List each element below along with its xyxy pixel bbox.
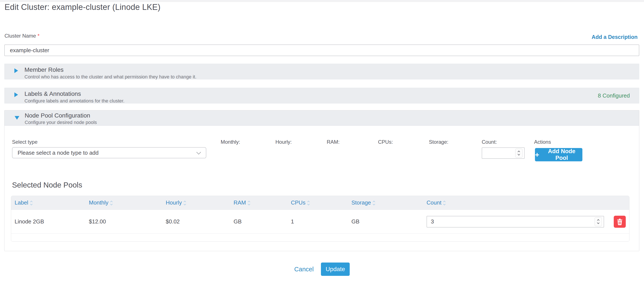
sort-icon <box>248 201 250 205</box>
section-subtitle: Configure labels and annotations for the… <box>24 98 639 104</box>
node-pool-section-header[interactable]: Node Pool Configuration Configure your d… <box>4 110 639 126</box>
column-header-storage[interactable]: Storage <box>348 196 423 210</box>
node-type-select[interactable]: Please select a node type to add <box>12 147 206 158</box>
cancel-button[interactable]: Cancel <box>294 266 314 273</box>
page-top-strip <box>0 0 644 2</box>
section-member-roles[interactable]: Member Roles Control who has access to t… <box>4 64 639 80</box>
sort-icon <box>184 201 186 205</box>
sort-icon <box>308 201 309 205</box>
column-header-count[interactable]: Count <box>423 196 605 210</box>
cell-storage: GB <box>348 210 423 234</box>
trash-icon <box>617 218 623 225</box>
storage-label: Storage: <box>429 139 448 145</box>
cell-hourly: $0.02 <box>162 210 230 234</box>
ram-label: RAM: <box>327 139 340 145</box>
cluster-name-input[interactable] <box>4 45 639 56</box>
sort-icon <box>110 201 112 205</box>
node-type-select-placeholder: Please select a node type to add <box>18 150 98 156</box>
expand-arrow-icon <box>14 92 18 97</box>
delete-node-pool-button[interactable] <box>614 216 626 228</box>
column-header-cpus[interactable]: CPUs <box>288 196 348 210</box>
cpus-label: CPUs: <box>378 139 393 145</box>
page-title: Edit Cluster: example-cluster (Linode LK… <box>4 3 160 12</box>
add-node-pool-button[interactable]: + Add Node Pool <box>535 148 582 161</box>
count-label: Count: <box>482 139 497 145</box>
section-subtitle: Control who has access to the cluster an… <box>24 74 639 80</box>
expand-arrow-icon <box>14 68 18 73</box>
sort-icon <box>444 201 445 205</box>
form-footer: Cancel Update <box>0 262 644 277</box>
row-count-input-wrap <box>426 216 604 227</box>
cluster-name-label: Cluster Name* <box>4 33 40 39</box>
cell-cpus: 1 <box>288 210 348 234</box>
add-description-link[interactable]: Add a Description <box>592 34 638 40</box>
count-input-wrap <box>482 147 525 159</box>
selected-node-pools-table: Label Monthly Hourly RAM CPUs Storage Co… <box>11 196 630 242</box>
cell-monthly: $12.00 <box>86 210 162 234</box>
section-title: Member Roles <box>24 66 639 74</box>
number-spinner[interactable] <box>595 217 602 226</box>
actions-label: Actions <box>534 139 551 145</box>
table-footer-row <box>11 234 629 241</box>
configured-count-badge: 8 Configured <box>598 92 630 99</box>
selected-node-pools-heading: Selected Node Pools <box>12 181 82 189</box>
monthly-label: Monthly: <box>221 139 240 145</box>
hourly-label: Hourly: <box>276 139 292 145</box>
cell-count <box>423 210 605 234</box>
select-type-label: Select type <box>12 139 38 145</box>
table-header-row: Label Monthly Hourly RAM CPUs Storage Co… <box>11 196 629 210</box>
sort-icon <box>30 201 32 205</box>
section-title: Labels & Annotations <box>24 90 639 98</box>
spinner-up-icon <box>518 151 520 153</box>
row-count-input[interactable] <box>426 216 604 227</box>
number-spinner[interactable] <box>515 149 522 158</box>
spinner-up-icon <box>597 219 599 221</box>
cell-ram: GB <box>230 210 288 234</box>
column-header-hourly[interactable]: Hourly <box>162 196 230 210</box>
cell-actions <box>605 210 629 234</box>
update-button[interactable]: Update <box>321 262 350 276</box>
chevron-down-icon <box>196 150 201 154</box>
plus-icon: + <box>535 151 539 158</box>
section-title: Node Pool Configuration <box>25 112 639 119</box>
section-node-pool-configuration: Node Pool Configuration Configure your d… <box>4 110 639 251</box>
column-header-monthly[interactable]: Monthly <box>86 196 162 210</box>
node-pool-row: Linode 2GB $12.00 $0.02 GB 1 GB <box>11 210 629 234</box>
cell-label: Linode 2GB <box>11 210 86 234</box>
required-asterisk: * <box>38 33 40 39</box>
section-labels-annotations[interactable]: Labels & Annotations Configure labels an… <box>4 88 639 104</box>
column-header-label[interactable]: Label <box>11 196 86 210</box>
section-subtitle: Configure your desired node pools <box>25 119 639 125</box>
collapse-arrow-icon <box>14 116 19 120</box>
column-header-actions <box>605 196 629 210</box>
sort-icon <box>373 201 375 205</box>
node-pool-section-body: Select type Monthly: Hourly: RAM: CPUs: … <box>4 126 639 251</box>
column-header-ram[interactable]: RAM <box>230 196 288 210</box>
